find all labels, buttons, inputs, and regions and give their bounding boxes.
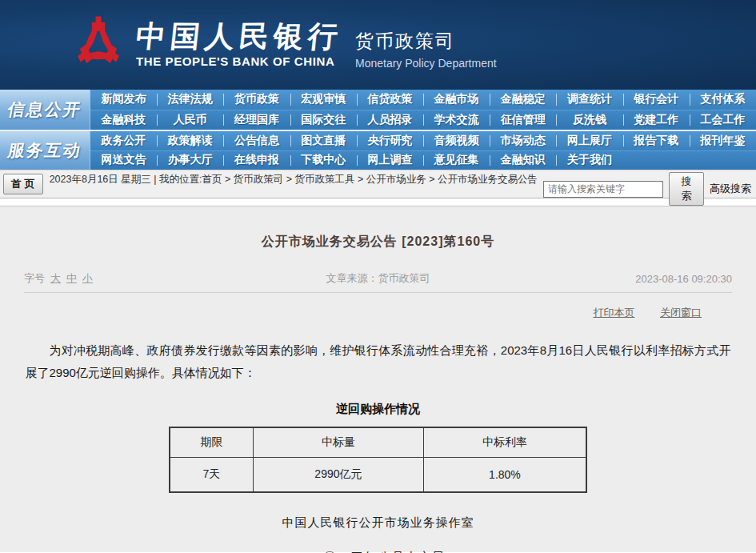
nav-item-policy-interpretation[interactable]: 政策解读 — [157, 131, 223, 150]
nav-item-payment-system[interactable]: 支付体系 — [690, 90, 756, 110]
nav-item-about-us[interactable]: 关于我们 — [556, 151, 622, 170]
article-paragraph: 为对冲税期高峰、政府债券发行缴款等因素的影响，维护银行体系流动性合理充裕，202… — [26, 339, 731, 384]
table-header-volume: 中标量 — [253, 427, 423, 457]
font-size-label: 字号 — [24, 271, 45, 286]
nav-item-anti-money-laundering[interactable]: 反洗钱 — [556, 110, 622, 130]
nav-item-periodicals[interactable]: 报刊年鉴 — [690, 131, 756, 150]
nav-item-market-dynamics[interactable]: 市场动态 — [490, 131, 556, 150]
nav-item-renminbi[interactable]: 人民币 — [157, 110, 223, 130]
nav-item-treasury[interactable]: 经理国库 — [223, 110, 290, 130]
logo-block: 中国人民银行 THE PEOPLE'S BANK OF CHINA — [75, 15, 342, 74]
article-source: 文章来源：货币政策司 — [258, 271, 498, 286]
table-header-row: 期限 中标量 中标利率 — [170, 427, 586, 457]
nav-item-empty — [690, 151, 756, 170]
nav-item-empty — [623, 151, 690, 170]
pboc-logo-icon — [75, 15, 122, 74]
nav-item-labor-union[interactable]: 工会工作 — [690, 110, 756, 130]
table-cell-volume: 2990亿元 — [253, 457, 423, 492]
nav-section-services: 服务互动 政务公开 政策解读 公告信息 图文直播 央行研究 音频视频 市场动态 … — [0, 130, 756, 170]
article-datetime: 2023-08-16 09:20:30 — [498, 273, 732, 285]
breadcrumb-bar: 首 页 2023年8月16日 星期三 | 我的位置:首页 > 货币政策司 > 货… — [0, 170, 756, 198]
nav-item-download-center[interactable]: 下载中心 — [290, 151, 357, 170]
page-title: 公开市场业务交易公告 [2023]第160号 — [0, 206, 756, 250]
repo-operation-table: 期限 中标量 中标利率 7天 2990亿元 1.80% — [169, 427, 587, 493]
search-button[interactable]: 搜索 — [669, 172, 704, 206]
nav-item-statistics[interactable]: 调查统计 — [556, 90, 622, 110]
department-name-en: Monetary Policy Department — [355, 57, 497, 70]
nav-item-online-survey[interactable]: 网上调查 — [357, 151, 423, 170]
nav-section-info-disclosure: 信息公开 新闻发布 法律法规 货币政策 宏观审慎 信贷政策 金融市场 金融稳定 … — [0, 90, 756, 130]
font-size-large-link[interactable]: 大 — [50, 271, 61, 286]
article-date: 二〇二三年八月十六日 — [0, 550, 756, 553]
nav-label-text: 服务互动 — [6, 139, 84, 162]
nav-item-party-building[interactable]: 党建工作 — [623, 110, 690, 130]
table-title: 逆回购操作情况 — [0, 402, 756, 417]
nav-item-macroprudential[interactable]: 宏观审慎 — [290, 90, 357, 110]
nav-item-fintech[interactable]: 金融科技 — [90, 110, 157, 130]
nav-item-announcements[interactable]: 公告信息 — [223, 131, 290, 150]
article-content: 公开市场业务交易公告 [2023]第160号 字号 大 中 小 文章来源：货币政… — [0, 206, 756, 552]
nav-item-bank-accounting[interactable]: 银行会计 — [623, 90, 690, 110]
article-meta: 字号 大 中 小 文章来源：货币政策司 2023-08-16 09:20:30 — [24, 271, 732, 286]
nav-item-online-filing[interactable]: 在线申报 — [223, 151, 290, 170]
nav-item-credit-reference[interactable]: 征信管理 — [490, 110, 556, 130]
table-cell-term: 7天 — [170, 457, 253, 492]
nav-item-gov-affairs[interactable]: 政务公开 — [90, 131, 157, 150]
nav-item-recruitment[interactable]: 人员招录 — [357, 110, 423, 130]
nav-item-news[interactable]: 新闻发布 — [90, 90, 157, 110]
breadcrumb: 2023年8月16日 星期三 | 我的位置:首页 > 货币政策司 > 货币政策工… — [50, 172, 543, 186]
nav-item-monetary-policy[interactable]: 货币政策 — [223, 90, 290, 110]
search-box: 搜索 高级搜索 — [543, 172, 751, 206]
nav-item-financial-stability[interactable]: 金融稳定 — [490, 90, 556, 110]
table-cell-rate: 1.80% — [423, 457, 586, 492]
nav-label-services[interactable]: 服务互动 — [0, 131, 90, 170]
home-button[interactable]: 首 页 — [3, 174, 43, 194]
nav-item-international[interactable]: 国际交往 — [290, 110, 357, 130]
meta-divider — [24, 292, 732, 293]
advanced-search-link[interactable]: 高级搜索 — [710, 182, 751, 196]
table-row: 7天 2990亿元 1.80% — [170, 457, 586, 492]
nav-item-financial-markets[interactable]: 金融市场 — [423, 90, 490, 110]
nav-item-academic-exchange[interactable]: 学术交流 — [423, 110, 490, 130]
search-input[interactable] — [543, 181, 663, 198]
nav-item-online-exhibition[interactable]: 网上展厅 — [556, 131, 622, 150]
nav-item-web-notices[interactable]: 网送文告 — [90, 151, 157, 170]
table-header-rate: 中标利率 — [423, 427, 586, 457]
site-header: 中国人民银行 THE PEOPLE'S BANK OF CHINA 货币政策司 … — [0, 0, 756, 90]
nav-item-research[interactable]: 央行研究 — [357, 131, 423, 150]
font-size-medium-link[interactable]: 中 — [66, 271, 77, 286]
main-navigation: 信息公开 新闻发布 法律法规 货币政策 宏观审慎 信贷政策 金融市场 金融稳定 … — [0, 90, 756, 170]
bank-name-cn: 中国人民银行 — [134, 22, 344, 53]
bank-name-en: THE PEOPLE'S BANK OF CHINA — [136, 54, 342, 68]
nav-item-live-broadcast[interactable]: 图文直播 — [290, 131, 357, 150]
nav-item-laws[interactable]: 法律法规 — [157, 90, 223, 110]
nav-item-financial-knowledge[interactable]: 金融知识 — [490, 151, 556, 170]
close-window-link[interactable]: 关闭窗口 — [660, 307, 702, 319]
print-page-link[interactable]: 打印本页 — [593, 307, 634, 319]
table-header-term: 期限 — [170, 427, 253, 457]
nav-item-report-download[interactable]: 报告下载 — [623, 131, 690, 150]
nav-label-info-disclosure[interactable]: 信息公开 — [0, 90, 90, 130]
department-name-cn: 货币政策司 — [355, 29, 497, 54]
nav-item-solicit-opinions[interactable]: 意见征集 — [423, 151, 490, 170]
article-signature: 中国人民银行公开市场业务操作室 — [0, 515, 756, 531]
font-size-small-link[interactable]: 小 — [82, 271, 93, 286]
nav-label-text: 信息公开 — [6, 98, 84, 121]
nav-item-credit-policy[interactable]: 信贷政策 — [357, 90, 423, 110]
nav-item-service-hall[interactable]: 办事大厅 — [157, 151, 223, 170]
nav-item-audio-video[interactable]: 音频视频 — [423, 131, 490, 150]
